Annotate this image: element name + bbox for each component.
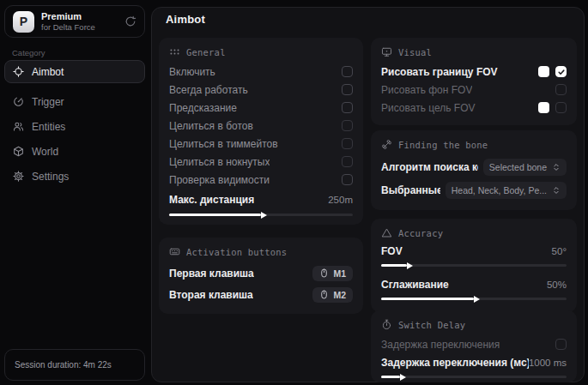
card-accuracy: Accuracy FOV 50° Сглаживание 50% (371, 219, 577, 312)
dropdown-row: Алгоритм поиска костей Selected bone (381, 155, 567, 178)
sync-icon[interactable] (124, 15, 136, 27)
bone-algorithm-dropdown[interactable]: Selected bone (483, 159, 567, 176)
sidebar-item-trigger[interactable]: Trigger (4, 90, 145, 113)
target-teammates-checkbox[interactable] (342, 138, 353, 149)
visibility-check-checkbox[interactable] (342, 174, 353, 185)
keybind-value: M1 (333, 268, 346, 279)
triangle-icon (381, 227, 392, 238)
slider-fill (381, 376, 400, 378)
max-distance-slider[interactable] (169, 214, 353, 216)
world-icon (13, 146, 24, 157)
page-title: Aimbot (166, 13, 205, 26)
keybind-value: M2 (333, 290, 346, 300)
prediction-checkbox[interactable] (342, 102, 353, 113)
setting-label: Целиться в нокнутых (169, 156, 270, 168)
card-activation-header: Activation buttons (169, 246, 353, 257)
setting-label: Проверка видимости (169, 174, 270, 186)
slider-value: 250m (328, 195, 353, 205)
slider-row: Задержка переключения (мс) 1000 ms (381, 355, 567, 370)
keybind-m1-button[interactable]: M1 (312, 266, 353, 281)
keybind-m2-button[interactable]: M2 (312, 287, 353, 303)
dropdown-value: Head, Neck, Body, Pe... (452, 185, 547, 196)
setting-label: Задержка переключения (381, 339, 500, 351)
setting-label: Предсказание (169, 102, 237, 114)
slider-value: 1000 ms (529, 358, 567, 368)
sidebar-item-aimbot[interactable]: Aimbot (4, 60, 145, 83)
draw-fov-background-checkbox[interactable] (555, 84, 567, 95)
control-group (538, 66, 567, 77)
sidebar-item-world[interactable]: World (4, 140, 145, 163)
card-header-label: Accuracy (398, 228, 443, 238)
card-visual-header: Visual (381, 46, 567, 57)
slider-label: FOV (381, 245, 403, 257)
card-bone-header: Finding the bone (381, 139, 567, 150)
sidebar-item-label: Entities (32, 121, 65, 133)
sidebar-nav: Aimbot Trigger Entities (4, 60, 145, 189)
draw-fov-border-checkbox[interactable] (555, 66, 567, 77)
setting-label: Включить (169, 66, 215, 78)
slider-row: Макс. дистанция 250m (169, 190, 353, 208)
dropdown-value: Selected bone (489, 162, 547, 172)
switch-delay-slider[interactable] (381, 376, 567, 378)
setting-row: Целиться в ботов (169, 117, 353, 135)
check-icon (557, 68, 566, 76)
draw-fov-target-checkbox[interactable] (555, 102, 567, 113)
switch-delay-checkbox[interactable] (555, 339, 567, 350)
keybind-row: Первая клавиша M1 (169, 262, 353, 284)
card-header-label: Activation buttons (186, 247, 287, 257)
slider-value: 50% (547, 280, 567, 290)
grid-icon (169, 46, 180, 57)
keybind-row: Вторая клавиша M2 (169, 284, 353, 305)
enable-checkbox[interactable] (342, 66, 353, 77)
entities-icon (13, 121, 24, 132)
target-bots-checkbox[interactable] (342, 120, 353, 131)
selected-bones-dropdown[interactable]: Head, Neck, Body, Pe... (446, 182, 567, 199)
fov-slider[interactable] (381, 264, 567, 267)
card-activation: Activation buttons Первая клавиша M1 Вто… (159, 238, 363, 314)
sidebar-item-settings[interactable]: Settings (4, 165, 145, 188)
card-header-label: Switch Delay (398, 320, 465, 330)
slider-fill (169, 214, 261, 216)
sidebar-item-entities[interactable]: Entities (4, 115, 145, 138)
setting-row: Предсказание (169, 99, 353, 117)
card-switch-delay-header: Switch Delay (381, 319, 567, 330)
keybind-label: Вторая клавиша (169, 289, 253, 301)
control-group (538, 102, 567, 113)
stopwatch-icon (381, 319, 392, 330)
session-duration: Session duration: 4m 22s (15, 360, 112, 370)
app-title: Premium (41, 11, 95, 22)
gear-icon (13, 171, 24, 182)
setting-row: Целиться в нокнутых (169, 153, 353, 171)
setting-row: Рисовать границу FOV (381, 63, 567, 81)
always-work-checkbox[interactable] (342, 84, 353, 95)
slider-fill (381, 298, 474, 300)
sidebar-item-label: Trigger (32, 96, 64, 108)
app-subtitle: for Delta Force (41, 22, 95, 32)
monitor-icon (381, 46, 392, 57)
fov-border-color-swatch[interactable] (538, 66, 549, 77)
setting-label: Рисовать фон FOV (381, 84, 472, 96)
smoothing-slider[interactable] (381, 298, 567, 300)
dropdown-label: Выбранные кости (381, 184, 440, 196)
card-bone: Finding the bone Алгоритм поиска костей … (371, 130, 577, 210)
target-knocked-checkbox[interactable] (342, 156, 353, 167)
card-header-label: General (186, 47, 226, 57)
keybind-label: Первая клавиша (169, 268, 254, 280)
fov-target-color-swatch[interactable] (538, 102, 549, 113)
mouse-icon (319, 268, 329, 278)
logo-card: P Premium for Delta Force (4, 5, 145, 38)
setting-label: Целиться в ботов (169, 120, 253, 132)
slider-row: FOV 50° (381, 244, 567, 259)
setting-row: Всегда работать (169, 81, 353, 99)
app-window: P Premium for Delta Force Category Aimbo… (0, 0, 588, 385)
setting-row: Задержка переключения (381, 335, 567, 353)
dropdown-label: Алгоритм поиска костей (381, 161, 478, 173)
setting-row: Рисовать цель FOV (381, 99, 567, 117)
setting-label: Всегда работать (169, 84, 248, 96)
trigger-icon (13, 96, 24, 107)
bone-icon (381, 139, 392, 150)
card-header-label: Visual (398, 47, 432, 57)
dropdown-row: Выбранные кости Head, Neck, Body, Pe... (381, 178, 567, 202)
setting-row: Включить (169, 63, 353, 81)
sidebar-item-label: World (32, 146, 58, 158)
